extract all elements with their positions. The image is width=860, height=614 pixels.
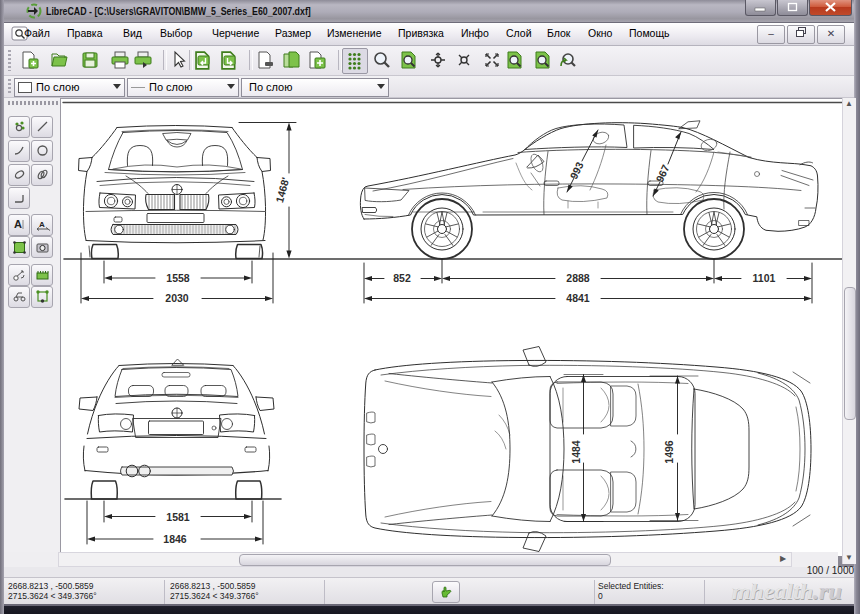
svg-text:967: 967 bbox=[653, 163, 671, 184]
svg-text:1468': 1468' bbox=[273, 176, 291, 204]
svg-text:1558: 1558 bbox=[166, 272, 190, 284]
svg-text:2030: 2030 bbox=[165, 292, 189, 304]
svg-text:A: A bbox=[14, 218, 22, 230]
svg-text:1484: 1484 bbox=[570, 440, 582, 464]
svg-text:1581: 1581 bbox=[166, 511, 190, 523]
svg-text:852: 852 bbox=[393, 272, 411, 284]
svg-text:A: A bbox=[39, 220, 45, 229]
svg-text:2888: 2888 bbox=[566, 272, 590, 284]
svg-text:1496: 1496 bbox=[663, 440, 675, 464]
svg-text:993: 993 bbox=[567, 160, 586, 181]
svg-text:4841: 4841 bbox=[566, 292, 590, 304]
svg-text:1846: 1846 bbox=[163, 533, 187, 545]
svg-text:1101: 1101 bbox=[753, 272, 776, 284]
